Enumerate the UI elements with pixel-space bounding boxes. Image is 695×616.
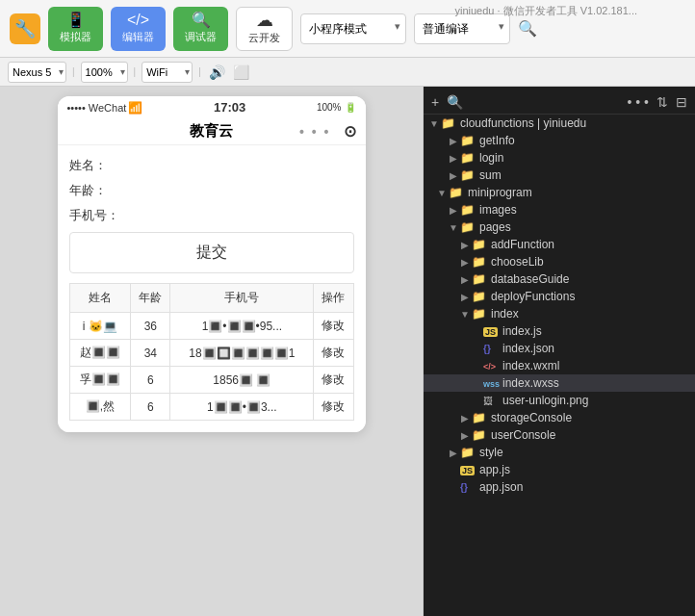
label-chooseLib: chooseLib [491,255,695,269]
search-tree-icon[interactable]: 🔍 [447,94,463,110]
tree-item-index.wxml[interactable]: </> index.wxml [424,357,695,374]
label-style: style [479,446,695,459]
tree-item-user-unlogin.png[interactable]: 🖼 user-unlogin.png [424,392,695,409]
cell-action[interactable]: 修改 [314,340,353,367]
arrow-storageConsole: ▶ [458,413,472,424]
more-icon[interactable]: • • • [628,94,649,110]
png-icon: 🖼 [483,396,493,406]
mode-selector[interactable]: 小程序模式 插件模式 [300,13,406,44]
arrow-getInfo: ▶ [447,136,460,146]
table-row: 孚🔳🔳 6 1856🔳 🔳 修改 [69,367,353,394]
cell-name: 孚🔳🔳 [69,367,131,394]
tree-item-getInfo[interactable]: ▶ 📁 getInfo [424,132,695,149]
root-arrow: ▼ [427,118,441,129]
tree-item-addFunction[interactable]: ▶ 📁 addFunction [424,236,695,253]
status-time: 17:03 [214,100,245,115]
js-icon: JS [460,466,475,475]
audio-icon[interactable]: 🔊 [207,63,227,82]
signal-dots: ••••• WeChat [67,102,127,114]
cell-action[interactable]: 修改 [314,394,353,421]
json-icon: {} [483,344,491,354]
root-label: cloudfunctions | yiniuedu [460,116,695,130]
tree-item-index.wxss[interactable]: wss index.wxss [424,374,695,392]
folder-icon: 📁 [460,203,475,217]
table-row: 🔳,然 6 1🔳🔳•🔳3... 修改 [69,394,353,421]
label-index.wxss: index.wxss [502,376,695,390]
tree-item-deployFunctions[interactable]: ▶ 📁 deployFunctions [424,288,695,305]
cell-phone: 1856🔳 🔳 [170,367,314,394]
tree-item-storageConsole[interactable]: ▶ 📁 storageConsole [424,409,695,426]
simulator-icon: 📱 [66,13,86,28]
phone-status-bar: ••••• WeChat 📶 17:03 100% 🔋 [58,96,366,118]
cell-action[interactable]: 修改 [314,367,353,394]
wxss-icon: wss [483,379,500,389]
app-logo: 🔧 [10,13,40,44]
tree-item-app.js[interactable]: JS app.js [424,461,695,478]
tree-root[interactable]: ▼ 📁 cloudfunctions | yiniuedu [424,115,695,132]
cloud-button[interactable]: ☁ 云开发 [236,7,293,51]
arrow-miniprogram: ▼ [435,188,449,198]
search-icon[interactable]: 🔍 [518,19,537,38]
cell-name: i 🐱‍💻 [69,313,131,340]
form-field-name: 姓名： [69,157,354,174]
tree-item-index.js[interactable]: JS index.js [424,322,695,340]
tree-item-style[interactable]: ▶ 📁 style [424,444,695,461]
tree-item-images[interactable]: ▶ 📁 images [424,201,695,218]
table-row: i 🐱‍💻 36 1🔳•🔳🔳•95... 修改 [69,313,353,340]
nav-dots[interactable]: • • • [299,124,330,140]
page-title: 教育云 [190,122,233,141]
phone-body: 姓名： 年龄： 手机号： 提交 姓名 年龄 [58,145,366,432]
folder-icon: 📁 [472,238,486,251]
tree-item-sum[interactable]: ▶ 📁 sum [424,167,695,184]
tree-item-chooseLib[interactable]: ▶ 📁 chooseLib [424,253,695,270]
cell-action[interactable]: 修改 [314,313,353,340]
editor-icon: </> [127,13,149,28]
label-index.wxml: index.wxml [502,359,695,372]
debugger-icon: 🔍 [192,13,211,28]
tree-item-miniprogram[interactable]: ▼ 📁 miniprogram [424,184,695,201]
file-tree-panel: + 🔍 • • • ⇅ ⊟ ▼ 📁 cloudfunctions | yiniu… [424,87,695,616]
network-selector[interactable]: WiFi 3G 无网络 [142,62,193,83]
sep2: | [134,66,137,77]
cell-phone: 1🔳•🔳🔳•95... [170,313,314,340]
arrow-images: ▶ [447,205,460,216]
window-title: yiniuedu · 微信开发者工具 V1.02.181... [454,0,637,19]
cloud-icon: ☁ [256,12,273,29]
simulator-button[interactable]: 📱 模拟器 [48,7,103,51]
tree-item-pages[interactable]: ▼ 📁 pages [424,218,695,236]
editor-button[interactable]: </> 编辑器 [111,7,166,51]
folder-icon: 📁 [472,255,486,269]
folder-icon: 📁 [472,307,486,321]
label-databaseGuide: databaseGuide [491,272,695,286]
add-file-icon[interactable]: + [431,94,439,110]
label-deployFunctions: deployFunctions [491,290,695,303]
collapse-icon[interactable]: ⊟ [676,94,687,110]
tree-item-index[interactable]: ▼ 📁 index [424,305,695,322]
mode-selector-wrap: 小程序模式 插件模式 [300,13,406,44]
simulator-panel: ••••• WeChat 📶 17:03 100% 🔋 教育云 • • • ⊙ [0,87,424,616]
cell-name: 🔳,然 [69,394,131,421]
tree-toolbar: + 🔍 • • • ⇅ ⊟ [424,90,695,115]
label-storageConsole: storageConsole [491,411,695,424]
network-selector-wrap: WiFi 3G 无网络 [142,62,193,83]
zoom-selector[interactable]: 100% 75% 50% [81,62,128,83]
label-index.json: index.json [502,342,695,355]
sort-icon[interactable]: ⇅ [656,94,668,110]
tree-item-index.json[interactable]: {} index.json [424,340,695,357]
debugger-button[interactable]: 🔍 调试器 [173,7,228,51]
cell-age: 6 [131,394,170,421]
cell-age: 6 [131,367,170,394]
col-name: 姓名 [69,284,131,313]
label-userConsole: userConsole [491,428,695,442]
tree-item-databaseGuide[interactable]: ▶ 📁 databaseGuide [424,270,695,288]
label-login: login [479,151,695,165]
phone-label: 手机号： [69,207,119,224]
tree-item-app.json[interactable]: {} app.json [424,478,695,496]
tree-item-userConsole[interactable]: ▶ 📁 userConsole [424,426,695,444]
submit-button[interactable]: 提交 [69,232,354,273]
arrow-index: ▼ [458,309,472,320]
rotate-icon[interactable]: ⬜ [231,63,251,82]
tree-item-login[interactable]: ▶ 📁 login [424,149,695,167]
device-selector[interactable]: Nexus 5 [8,62,66,83]
label-user-unlogin.png: user-unlogin.png [502,394,695,407]
